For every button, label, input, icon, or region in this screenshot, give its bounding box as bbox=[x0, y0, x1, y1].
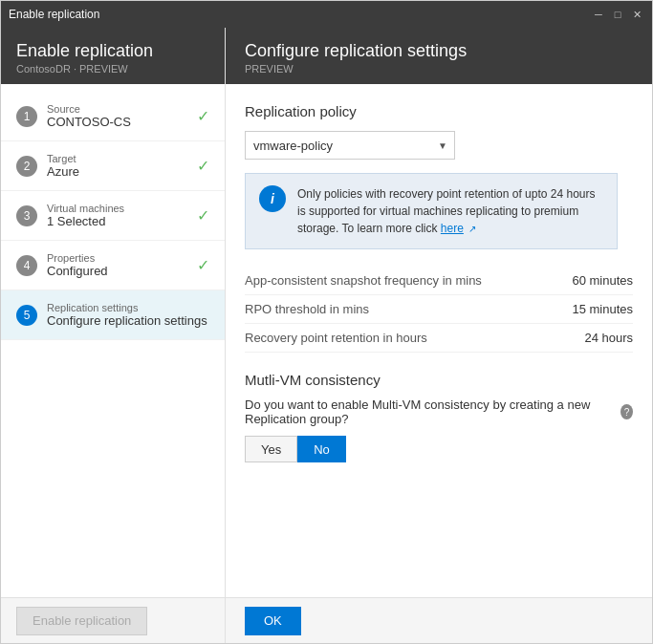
enable-replication-button[interactable]: Enable replication bbox=[16, 607, 147, 635]
step-label-3: Virtual machines bbox=[47, 203, 189, 214]
consistency-question-text: Do you want to enable Multi-VM consisten… bbox=[245, 397, 616, 426]
step-content-1: SourceCONTOSO-CS bbox=[47, 103, 189, 129]
step-number-5: 5 bbox=[16, 305, 37, 326]
title-bar-controls: ─ □ ✕ bbox=[591, 7, 644, 22]
step-content-2: TargetAzure bbox=[47, 153, 189, 179]
step-label-4: Properties bbox=[47, 252, 189, 264]
step-check-icon-1: ✓ bbox=[197, 107, 209, 125]
left-panel-header: Enable replication ContosoDR · PREVIEW bbox=[1, 28, 225, 84]
step-value-3: 1 Selected bbox=[47, 214, 189, 228]
maximize-button[interactable]: □ bbox=[610, 7, 625, 22]
step-value-4: Configured bbox=[47, 264, 189, 278]
step-label-1: Source bbox=[47, 103, 189, 115]
window-body: Enable replication ContosoDR · PREVIEW 1… bbox=[1, 28, 652, 597]
settings-value-1: 15 minutes bbox=[572, 302, 633, 316]
left-panel-subtitle: ContosoDR · PREVIEW bbox=[16, 63, 209, 75]
step-label-5: Replication settings bbox=[47, 302, 209, 313]
title-bar-text: Enable replication bbox=[9, 8, 99, 21]
bottom-bar: Enable replication OK bbox=[1, 597, 652, 643]
replication-policy-title: Replication policy bbox=[245, 103, 633, 119]
settings-value-2: 24 hours bbox=[584, 331, 633, 345]
settings-row-1: RPO threshold in mins15 minutes bbox=[245, 295, 633, 324]
step-content-3: Virtual machines1 Selected bbox=[47, 203, 189, 228]
info-box-text: Only policies with recovery point retent… bbox=[297, 185, 603, 237]
main-window: Enable replication ─ □ ✕ Enable replicat… bbox=[0, 0, 653, 644]
policy-dropdown[interactable]: vmware-policy bbox=[245, 131, 455, 160]
steps-list: 1SourceCONTOSO-CS✓2TargetAzure✓3Virtual … bbox=[1, 84, 225, 597]
step-label-2: Target bbox=[47, 153, 189, 164]
settings-label-2: Recovery point retention in hours bbox=[245, 331, 427, 345]
help-icon[interactable]: ? bbox=[620, 404, 633, 419]
step-item-2[interactable]: 2TargetAzure✓ bbox=[1, 141, 225, 191]
settings-row-0: App-consistent snapshot frequency in min… bbox=[245, 267, 633, 295]
step-content-5: Replication settingsConfigure replicatio… bbox=[47, 302, 209, 328]
close-button[interactable]: ✕ bbox=[629, 7, 644, 22]
no-button[interactable]: No bbox=[297, 436, 346, 462]
external-link-icon: ↗ bbox=[468, 224, 476, 234]
minimize-button[interactable]: ─ bbox=[591, 7, 606, 22]
step-number-2: 2 bbox=[16, 156, 37, 177]
yes-button[interactable]: Yes bbox=[245, 436, 297, 462]
step-item-4[interactable]: 4PropertiesConfigured✓ bbox=[1, 241, 225, 290]
settings-table: App-consistent snapshot frequency in min… bbox=[245, 267, 633, 353]
step-item-3[interactable]: 3Virtual machines1 Selected✓ bbox=[1, 191, 225, 241]
settings-label-1: RPO threshold in mins bbox=[245, 302, 369, 316]
policy-dropdown-wrapper: vmware-policy ▼ bbox=[245, 131, 455, 160]
settings-value-0: 60 minutes bbox=[572, 273, 633, 288]
right-panel-subtitle: PREVIEW bbox=[245, 63, 633, 75]
step-content-4: PropertiesConfigured bbox=[47, 252, 189, 278]
policy-dropdown-row: vmware-policy ▼ bbox=[245, 131, 633, 160]
right-panel-header: Configure replication settings PREVIEW bbox=[226, 28, 652, 84]
info-icon: i bbox=[259, 185, 286, 212]
yes-no-toggle: Yes No bbox=[245, 436, 633, 462]
bottom-left: Enable replication bbox=[1, 598, 226, 643]
info-box: i Only policies with recovery point rete… bbox=[245, 173, 618, 249]
step-check-icon-2: ✓ bbox=[197, 157, 209, 175]
step-check-icon-4: ✓ bbox=[197, 256, 209, 274]
step-number-3: 3 bbox=[16, 205, 37, 226]
settings-label-0: App-consistent snapshot frequency in min… bbox=[245, 273, 482, 288]
step-value-1: CONTOSO-CS bbox=[47, 115, 189, 129]
step-item-1[interactable]: 1SourceCONTOSO-CS✓ bbox=[1, 92, 225, 141]
step-number-4: 4 bbox=[16, 255, 37, 276]
multi-vm-title: Mutli-VM consistency bbox=[245, 372, 633, 388]
title-bar: Enable replication ─ □ ✕ bbox=[1, 1, 652, 28]
step-number-1: 1 bbox=[16, 106, 37, 127]
left-panel-title: Enable replication bbox=[16, 41, 209, 61]
step-value-5: Configure replication settings bbox=[47, 313, 209, 328]
bottom-right: OK bbox=[226, 598, 652, 643]
left-panel: Enable replication ContosoDR · PREVIEW 1… bbox=[1, 28, 226, 597]
right-panel-content: Replication policy vmware-policy ▼ i Onl… bbox=[226, 84, 652, 597]
right-panel: Configure replication settings PREVIEW R… bbox=[226, 28, 652, 597]
consistency-question: Do you want to enable Multi-VM consisten… bbox=[245, 397, 633, 426]
right-panel-title: Configure replication settings bbox=[245, 41, 633, 61]
info-link[interactable]: here bbox=[441, 222, 464, 235]
step-value-2: Azure bbox=[47, 164, 189, 179]
step-item-5[interactable]: 5Replication settingsConfigure replicati… bbox=[1, 290, 225, 340]
ok-button[interactable]: OK bbox=[245, 607, 301, 635]
settings-row-2: Recovery point retention in hours24 hour… bbox=[245, 324, 633, 353]
step-check-icon-3: ✓ bbox=[197, 206, 209, 225]
